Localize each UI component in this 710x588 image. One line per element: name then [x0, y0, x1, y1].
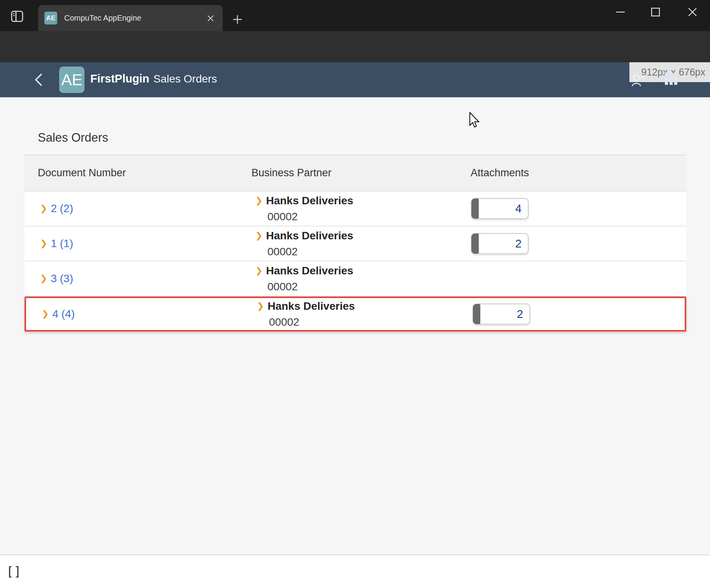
page-content: Sales Orders Document Number Business Pa… [0, 97, 710, 555]
shell-back-icon[interactable] [33, 72, 44, 89]
browser-toolbar: localhost:54000/webcontent/launchpad/web… [0, 31, 710, 62]
attachments-field-grip [471, 233, 479, 254]
table-row: ❯1 (1)❯Hanks Deliveries000022 [25, 226, 686, 262]
window-maximize-icon[interactable] [648, 5, 663, 19]
app-name: FirstPlugin [90, 72, 149, 85]
tab-favicon: AE [44, 12, 57, 25]
app-subtitle: Sales Orders [153, 73, 217, 85]
expand-chevron-icon[interactable]: ❯ [257, 302, 264, 311]
attachments-field[interactable]: 2 [471, 233, 529, 254]
attachments-field-grip [473, 304, 480, 324]
expand-chevron-icon[interactable]: ❯ [255, 267, 262, 275]
business-partner-code: 00002 [257, 316, 472, 328]
document-number-link[interactable]: 2 (2) [51, 202, 73, 215]
mouse-cursor [469, 112, 481, 131]
business-partner-name: Hanks Deliveries [267, 300, 355, 312]
bracket-text: [] [6, 564, 21, 579]
app-shell-header: AE FirstPlugin Sales Orders 912px × 676p… [0, 62, 710, 97]
column-header-attachments: Attachments [471, 167, 686, 179]
attachments-cell: 4 [471, 191, 686, 226]
app-logo: AE [59, 67, 84, 93]
attachments-cell [471, 262, 686, 296]
sales-orders-table: Document Number Business Partner Attachm… [25, 154, 686, 332]
business-partner-cell: ❯Hanks Deliveries00002 [251, 226, 471, 261]
column-header-business-partner: Business Partner [251, 167, 471, 179]
attachments-cell: 2 [471, 226, 686, 261]
page-title: Sales Orders [38, 131, 108, 145]
attachments-field[interactable]: 2 [473, 304, 530, 325]
app-launcher-grid-icon[interactable] [664, 72, 678, 87]
table-row: ❯3 (3)❯Hanks Deliveries00002 [25, 262, 686, 297]
attachments-field-grip [471, 198, 479, 219]
business-partner-cell: ❯Hanks Deliveries00002 [251, 262, 471, 296]
document-number-cell: ❯4 (4) [26, 298, 253, 330]
browser-tab[interactable]: AE CompuTec AppEngine [38, 5, 223, 31]
expand-chevron-icon[interactable]: ❯ [255, 232, 262, 240]
business-partner-name: Hanks Deliveries [266, 195, 353, 207]
business-partner-name: Hanks Deliveries [266, 230, 353, 242]
business-partner-code: 00002 [255, 246, 471, 258]
table-body: ❯2 (2)❯Hanks Deliveries000024❯1 (1)❯Hank… [25, 191, 686, 332]
document-number-cell: ❯1 (1) [25, 226, 251, 261]
attachments-value: 2 [515, 237, 528, 250]
attachments-value: 4 [515, 202, 528, 215]
table-header-row: Document Number Business Partner Attachm… [25, 154, 686, 191]
expand-chevron-icon[interactable]: ❯ [255, 197, 262, 205]
expand-chevron-icon[interactable]: ❯ [42, 310, 49, 318]
user-account-icon[interactable] [631, 72, 646, 89]
bottom-strip: [] [0, 555, 710, 588]
business-partner-code: 00002 [255, 211, 471, 223]
table-row: ❯2 (2)❯Hanks Deliveries000024 [25, 191, 686, 226]
attachments-value: 2 [517, 308, 529, 321]
expand-chevron-icon[interactable]: ❯ [40, 274, 47, 283]
window-close-icon[interactable] [685, 5, 700, 19]
tab-close-icon[interactable] [205, 12, 216, 24]
document-number-cell: ❯2 (2) [25, 191, 251, 226]
document-number-cell: ❯3 (3) [25, 262, 251, 296]
business-partner-name: Hanks Deliveries [266, 265, 353, 277]
expand-chevron-icon[interactable]: ❯ [40, 239, 47, 248]
column-header-document-number: Document Number [25, 167, 251, 179]
attachments-cell: 2 [472, 298, 688, 330]
attachments-field[interactable]: 4 [471, 198, 529, 219]
expand-chevron-icon[interactable]: ❯ [40, 204, 47, 213]
tab-title: CompuTec AppEngine [64, 14, 141, 23]
document-number-link[interactable]: 1 (1) [51, 237, 73, 250]
business-partner-cell: ❯Hanks Deliveries00002 [253, 298, 472, 330]
document-number-link[interactable]: 4 (4) [52, 308, 75, 320]
tab-actions-icon[interactable] [9, 9, 25, 24]
business-partner-code: 00002 [255, 281, 471, 293]
business-partner-cell: ❯Hanks Deliveries00002 [251, 191, 471, 226]
browser-tab-strip: AE CompuTec AppEngine [0, 0, 710, 31]
window-minimize-icon[interactable] [613, 5, 628, 19]
new-tab-icon[interactable] [231, 13, 244, 26]
document-number-link[interactable]: 3 (3) [51, 272, 73, 285]
table-row-highlighted: ❯4 (4)❯Hanks Deliveries000022 [25, 297, 686, 332]
